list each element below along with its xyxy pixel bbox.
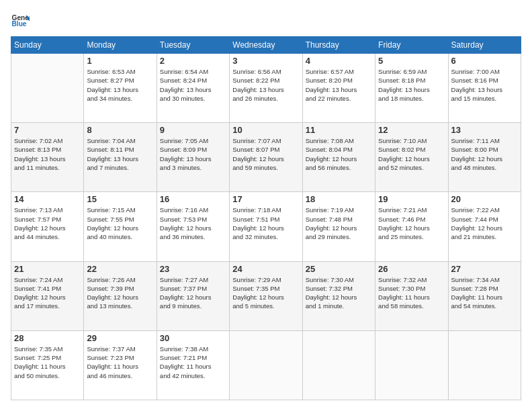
calendar-cell: 10Sunrise: 7:07 AM Sunset: 8:07 PM Dayli… — [230, 123, 302, 192]
day-number: 11 — [306, 125, 372, 135]
calendar-cell — [302, 330, 375, 400]
calendar-table: SundayMondayTuesdayWednesdayThursdayFrid… — [11, 36, 521, 400]
calendar-cell — [448, 330, 521, 400]
day-info: Sunrise: 7:16 AM Sunset: 7:53 PM Dayligh… — [160, 205, 226, 241]
day-info: Sunrise: 7:08 AM Sunset: 8:04 PM Dayligh… — [306, 136, 372, 172]
day-info: Sunrise: 7:35 AM Sunset: 7:25 PM Dayligh… — [14, 345, 81, 380]
day-number: 5 — [378, 56, 445, 66]
calendar-week-row: 28Sunrise: 7:35 AM Sunset: 7:25 PM Dayli… — [11, 330, 521, 400]
calendar-cell: 11Sunrise: 7:08 AM Sunset: 8:04 PM Dayli… — [302, 123, 375, 192]
calendar-cell: 6Sunrise: 7:00 AM Sunset: 8:16 PM Daylig… — [448, 54, 521, 123]
day-number: 21 — [14, 264, 81, 274]
day-number: 28 — [14, 333, 81, 343]
day-info: Sunrise: 7:21 AM Sunset: 7:46 PM Dayligh… — [378, 205, 445, 241]
calendar-cell: 19Sunrise: 7:21 AM Sunset: 7:46 PM Dayli… — [375, 192, 448, 261]
calendar-cell: 1Sunrise: 6:53 AM Sunset: 8:27 PM Daylig… — [84, 54, 157, 123]
day-number: 23 — [160, 264, 226, 274]
weekday-header: Tuesday — [157, 37, 229, 54]
calendar-cell: 15Sunrise: 7:15 AM Sunset: 7:55 PM Dayli… — [84, 192, 157, 261]
day-number: 13 — [451, 125, 518, 135]
day-number: 10 — [232, 125, 299, 135]
calendar-cell: 29Sunrise: 7:37 AM Sunset: 7:23 PM Dayli… — [84, 330, 157, 400]
day-info: Sunrise: 7:27 AM Sunset: 7:37 PM Dayligh… — [160, 275, 226, 311]
day-info: Sunrise: 6:59 AM Sunset: 8:18 PM Dayligh… — [378, 67, 445, 103]
day-info: Sunrise: 7:00 AM Sunset: 8:16 PM Dayligh… — [451, 67, 518, 103]
calendar-week-row: 1Sunrise: 6:53 AM Sunset: 8:27 PM Daylig… — [11, 54, 521, 123]
weekday-header: Thursday — [302, 37, 375, 54]
calendar-cell: 14Sunrise: 7:13 AM Sunset: 7:57 PM Dayli… — [11, 192, 84, 261]
day-info: Sunrise: 7:02 AM Sunset: 8:13 PM Dayligh… — [14, 136, 81, 172]
day-info: Sunrise: 6:53 AM Sunset: 8:27 PM Dayligh… — [87, 67, 153, 103]
calendar-cell: 2Sunrise: 6:54 AM Sunset: 8:24 PM Daylig… — [157, 54, 229, 123]
day-info: Sunrise: 7:11 AM Sunset: 8:00 PM Dayligh… — [451, 136, 518, 172]
weekday-header: Friday — [375, 37, 448, 54]
day-info: Sunrise: 7:10 AM Sunset: 8:02 PM Dayligh… — [378, 136, 445, 172]
day-info: Sunrise: 7:04 AM Sunset: 8:11 PM Dayligh… — [87, 136, 153, 172]
day-info: Sunrise: 6:56 AM Sunset: 8:22 PM Dayligh… — [232, 67, 299, 103]
calendar-cell: 30Sunrise: 7:38 AM Sunset: 7:21 PM Dayli… — [157, 330, 229, 400]
day-info: Sunrise: 7:13 AM Sunset: 7:57 PM Dayligh… — [14, 205, 81, 241]
day-number: 25 — [306, 264, 372, 274]
calendar-cell: 5Sunrise: 6:59 AM Sunset: 8:18 PM Daylig… — [375, 54, 448, 123]
day-info: Sunrise: 7:07 AM Sunset: 8:07 PM Dayligh… — [232, 136, 299, 172]
logo-icon: General Blue — [11, 11, 30, 30]
weekday-header: Saturday — [448, 37, 521, 54]
day-info: Sunrise: 7:34 AM Sunset: 7:28 PM Dayligh… — [451, 275, 518, 311]
page-header: General Blue — [11, 11, 521, 30]
day-number: 27 — [451, 264, 518, 274]
day-info: Sunrise: 7:37 AM Sunset: 7:23 PM Dayligh… — [87, 345, 153, 380]
calendar-cell: 23Sunrise: 7:27 AM Sunset: 7:37 PM Dayli… — [157, 261, 229, 330]
day-number: 12 — [378, 125, 445, 135]
day-number: 26 — [378, 264, 445, 274]
day-info: Sunrise: 7:26 AM Sunset: 7:39 PM Dayligh… — [87, 275, 153, 311]
day-info: Sunrise: 6:57 AM Sunset: 8:20 PM Dayligh… — [306, 67, 372, 103]
calendar-cell — [11, 54, 84, 123]
calendar-week-row: 21Sunrise: 7:24 AM Sunset: 7:41 PM Dayli… — [11, 261, 521, 330]
calendar-week-row: 7Sunrise: 7:02 AM Sunset: 8:13 PM Daylig… — [11, 123, 521, 192]
day-info: Sunrise: 6:54 AM Sunset: 8:24 PM Dayligh… — [160, 67, 226, 103]
calendar-cell: 21Sunrise: 7:24 AM Sunset: 7:41 PM Dayli… — [11, 261, 84, 330]
day-info: Sunrise: 7:24 AM Sunset: 7:41 PM Dayligh… — [14, 275, 81, 311]
calendar-cell: 17Sunrise: 7:18 AM Sunset: 7:51 PM Dayli… — [230, 192, 302, 261]
day-number: 22 — [87, 264, 153, 274]
day-info: Sunrise: 7:18 AM Sunset: 7:51 PM Dayligh… — [232, 205, 299, 241]
calendar-cell: 25Sunrise: 7:30 AM Sunset: 7:32 PM Dayli… — [302, 261, 375, 330]
calendar-cell: 24Sunrise: 7:29 AM Sunset: 7:35 PM Dayli… — [230, 261, 302, 330]
calendar-cell: 4Sunrise: 6:57 AM Sunset: 8:20 PM Daylig… — [302, 54, 375, 123]
calendar-cell — [230, 330, 302, 400]
calendar-cell — [375, 330, 448, 400]
day-number: 18 — [306, 194, 372, 204]
day-number: 6 — [451, 56, 518, 66]
calendar-cell: 28Sunrise: 7:35 AM Sunset: 7:25 PM Dayli… — [11, 330, 84, 400]
day-number: 3 — [232, 56, 299, 66]
day-number: 14 — [14, 194, 81, 204]
day-number: 29 — [87, 333, 153, 343]
calendar-header-row: SundayMondayTuesdayWednesdayThursdayFrid… — [11, 37, 521, 54]
day-number: 2 — [160, 56, 226, 66]
calendar-cell: 13Sunrise: 7:11 AM Sunset: 8:00 PM Dayli… — [448, 123, 521, 192]
day-number: 30 — [160, 333, 226, 343]
day-number: 8 — [87, 125, 153, 135]
day-info: Sunrise: 7:32 AM Sunset: 7:30 PM Dayligh… — [378, 275, 445, 311]
calendar-week-row: 14Sunrise: 7:13 AM Sunset: 7:57 PM Dayli… — [11, 192, 521, 261]
day-number: 19 — [378, 194, 445, 204]
weekday-header: Monday — [84, 37, 157, 54]
calendar-cell: 8Sunrise: 7:04 AM Sunset: 8:11 PM Daylig… — [84, 123, 157, 192]
weekday-header: Sunday — [11, 37, 84, 54]
day-number: 17 — [232, 194, 299, 204]
calendar-cell: 18Sunrise: 7:19 AM Sunset: 7:48 PM Dayli… — [302, 192, 375, 261]
calendar-cell: 22Sunrise: 7:26 AM Sunset: 7:39 PM Dayli… — [84, 261, 157, 330]
calendar-cell: 20Sunrise: 7:22 AM Sunset: 7:44 PM Dayli… — [448, 192, 521, 261]
day-number: 15 — [87, 194, 153, 204]
calendar-cell: 16Sunrise: 7:16 AM Sunset: 7:53 PM Dayli… — [157, 192, 229, 261]
day-info: Sunrise: 7:30 AM Sunset: 7:32 PM Dayligh… — [306, 275, 372, 311]
calendar-cell: 12Sunrise: 7:10 AM Sunset: 8:02 PM Dayli… — [375, 123, 448, 192]
weekday-header: Wednesday — [230, 37, 302, 54]
calendar-cell: 3Sunrise: 6:56 AM Sunset: 8:22 PM Daylig… — [230, 54, 302, 123]
day-info: Sunrise: 7:19 AM Sunset: 7:48 PM Dayligh… — [306, 205, 372, 241]
day-info: Sunrise: 7:29 AM Sunset: 7:35 PM Dayligh… — [232, 275, 299, 311]
day-number: 4 — [306, 56, 372, 66]
day-number: 9 — [160, 125, 226, 135]
calendar-cell: 9Sunrise: 7:05 AM Sunset: 8:09 PM Daylig… — [157, 123, 229, 192]
calendar-cell: 26Sunrise: 7:32 AM Sunset: 7:30 PM Dayli… — [375, 261, 448, 330]
